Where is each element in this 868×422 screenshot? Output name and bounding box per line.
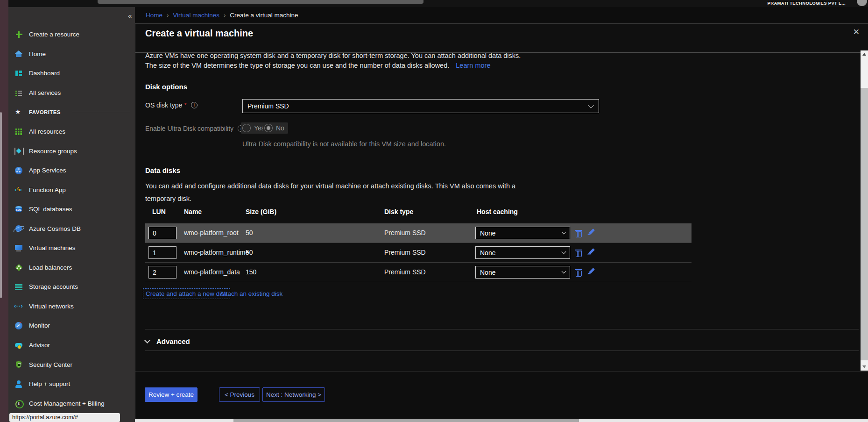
storage-icon bbox=[14, 283, 23, 291]
lun-input[interactable] bbox=[148, 227, 176, 239]
learn-more-link[interactable]: Learn more bbox=[456, 62, 490, 69]
sidebar-item-label: Dashboard bbox=[29, 70, 60, 77]
sidebar-item-monitor[interactable]: Monitor bbox=[8, 316, 135, 336]
data-disks-description-line-1: You can add and configure additional dat… bbox=[145, 182, 515, 190]
column-header-name: Name bbox=[184, 208, 202, 215]
grid-icon bbox=[14, 128, 23, 136]
sidebar-item-resource-groups[interactable]: Resource groups bbox=[8, 141, 135, 161]
sidebar-item-virtual-machines[interactable]: Virtual machines bbox=[8, 238, 135, 258]
sidebar-collapse-button[interactable]: « bbox=[128, 12, 132, 20]
avatar[interactable] bbox=[857, 0, 867, 6]
radio-no-label: No bbox=[276, 124, 284, 132]
sidebar-item-advisor[interactable]: Advisor bbox=[8, 336, 135, 355]
sidebar-item-label: Azure Cosmos DB bbox=[29, 225, 81, 232]
lun-input[interactable] bbox=[148, 246, 176, 259]
sidebar-item-label: Help + support bbox=[29, 380, 70, 387]
ultra-disk-note: Ultra Disk compatibility is not availabl… bbox=[242, 140, 446, 148]
sidebar-item-app-services[interactable]: App Services bbox=[8, 161, 135, 180]
disk-size: 50 bbox=[246, 249, 253, 256]
delete-disk-icon[interactable] bbox=[575, 249, 581, 257]
sidebar-nav: Create a resourceHomeDashboardAll servic… bbox=[8, 25, 135, 413]
main-content: Home›Virtual machines›Create a virtual m… bbox=[135, 7, 868, 422]
page-title: Create a virtual machine bbox=[145, 28, 253, 39]
sidebar-item-label: Load balancers bbox=[29, 264, 72, 271]
host-caching-select[interactable]: None bbox=[475, 227, 570, 239]
info-icon[interactable] bbox=[191, 102, 198, 108]
intro-line-1: Azure VMs have one operating system disk… bbox=[145, 53, 521, 59]
sidebar-item-label: Resource groups bbox=[29, 148, 77, 155]
sidebar-item-azure-cosmos-db[interactable]: Azure Cosmos DB bbox=[8, 219, 135, 238]
data-disks-heading: Data disks bbox=[145, 166, 180, 174]
scroll-down-icon[interactable] bbox=[862, 365, 866, 368]
lun-input[interactable] bbox=[148, 266, 176, 279]
top-toolbar-strip bbox=[98, 0, 423, 4]
previous-button[interactable]: < Previous bbox=[219, 387, 260, 402]
radio-unselected-icon bbox=[242, 124, 251, 132]
sidebar-item-label: Advisor bbox=[29, 342, 50, 349]
edit-disk-icon[interactable] bbox=[587, 229, 595, 236]
sidebar-item-help-support[interactable]: Help + support bbox=[8, 374, 135, 394]
radio-selected-icon bbox=[264, 124, 273, 132]
sidebar-item-label: Virtual machines bbox=[29, 244, 76, 251]
sidebar-item-cost-management-billing[interactable]: Cost Management + Billing bbox=[8, 393, 135, 413]
sidebar-item-dashboard[interactable]: Dashboard bbox=[8, 64, 135, 83]
chevron-down-icon bbox=[562, 230, 566, 235]
vertical-scrollbar[interactable] bbox=[861, 50, 868, 371]
sidebar-item-virtual-networks[interactable]: Virtual networks bbox=[8, 297, 135, 316]
os-disk-type-label: OS disk type bbox=[145, 101, 182, 109]
ultra-disk-no-radio[interactable]: No bbox=[263, 122, 288, 134]
sidebar-item-label: All resources bbox=[29, 128, 65, 135]
data-disk-row: wmo-platform_runtime 50 Premium SSD None bbox=[145, 243, 692, 263]
edit-disk-icon[interactable] bbox=[587, 268, 595, 276]
disk-type: Premium SSD bbox=[384, 229, 426, 236]
sidebar-item-security-center[interactable]: Security Center bbox=[8, 355, 135, 374]
close-icon[interactable]: ✕ bbox=[853, 27, 860, 37]
vm-icon bbox=[14, 244, 23, 252]
sidebar-item-function-app[interactable]: Function App bbox=[8, 180, 135, 200]
sidebar-item-all-resources[interactable]: All resources bbox=[8, 122, 135, 142]
horizontal-scrollbar-thumb[interactable] bbox=[233, 419, 579, 422]
sidebar-item-sql-databases[interactable]: SQL databases bbox=[8, 200, 135, 219]
disk-name: wmo-platform_root bbox=[184, 229, 239, 236]
sidebar-item-label: Monitor bbox=[29, 322, 50, 329]
sidebar-item-home[interactable]: Home bbox=[8, 44, 135, 64]
left-scrollbar-thumb[interactable] bbox=[0, 112, 2, 298]
disk-size: 150 bbox=[246, 268, 256, 276]
sidebar-item-label: FAVORITES bbox=[29, 109, 61, 115]
dialog-footer: Review + create < Previous Next : Networ… bbox=[135, 371, 868, 422]
sidebar-item-label: Home bbox=[29, 50, 46, 57]
delete-disk-icon[interactable] bbox=[575, 269, 581, 276]
sidebar-item-create-a-resource[interactable]: Create a resource bbox=[8, 25, 135, 44]
sidebar-item-label: SQL databases bbox=[29, 206, 72, 213]
sidebar-item-label: App Services bbox=[29, 167, 66, 174]
host-caching-select[interactable]: None bbox=[475, 266, 570, 279]
sidebar-item-all-services[interactable]: All services bbox=[8, 83, 135, 103]
next-networking-button[interactable]: Next : Networking > bbox=[262, 387, 325, 402]
disk-options-heading: Disk options bbox=[145, 83, 187, 91]
create-attach-new-disk-link[interactable]: Create and attach a new disk bbox=[143, 288, 230, 299]
sidebar-item-load-balancers[interactable]: Load balancers bbox=[8, 258, 135, 278]
sidebar-item-label: Virtual networks bbox=[29, 303, 74, 310]
breadcrumb-home-link[interactable]: Home bbox=[146, 12, 162, 19]
delete-disk-icon[interactable] bbox=[575, 229, 581, 237]
top-bar: PRAMATI TECHNOLOGIES PVT L... bbox=[8, 0, 868, 7]
attach-existing-disk-link[interactable]: Attach an existing disk bbox=[220, 290, 282, 297]
os-disk-type-select[interactable]: Premium SSD bbox=[242, 99, 599, 113]
home-icon bbox=[14, 50, 23, 58]
vertical-scrollbar-thumb[interactable] bbox=[861, 88, 868, 360]
horizontal-scrollbar[interactable] bbox=[135, 419, 868, 422]
plus-icon bbox=[14, 30, 23, 39]
planet-icon bbox=[15, 225, 22, 232]
data-disk-row: wmo-platform_data 150 Premium SSD None bbox=[145, 263, 692, 282]
sidebar-item-storage-accounts[interactable]: Storage accounts bbox=[8, 277, 135, 297]
advanced-section-toggle[interactable]: Advanced bbox=[145, 336, 190, 347]
scroll-up-icon[interactable] bbox=[862, 53, 866, 56]
gauge-icon bbox=[15, 322, 22, 329]
host-caching-select[interactable]: None bbox=[475, 246, 570, 259]
host-caching-value: None bbox=[480, 229, 495, 237]
review-create-button[interactable]: Review + create bbox=[145, 387, 198, 402]
edit-disk-icon[interactable] bbox=[587, 249, 595, 256]
breadcrumb-virtual-machines-link[interactable]: Virtual machines bbox=[173, 12, 219, 19]
host-caching-value: None bbox=[480, 249, 495, 257]
tenant-name: PRAMATI TECHNOLOGIES PVT L... bbox=[768, 0, 846, 6]
